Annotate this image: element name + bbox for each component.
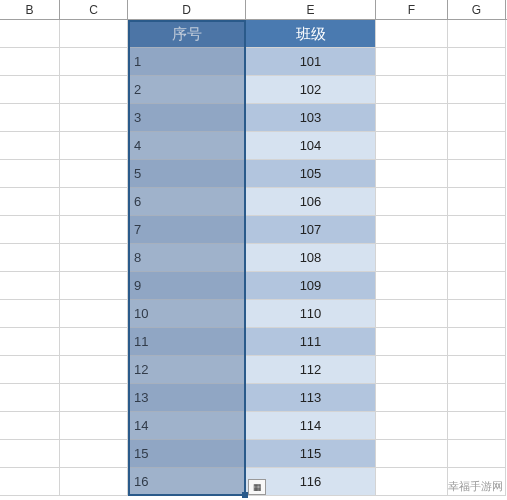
cell-empty[interactable] — [60, 272, 128, 300]
cell-empty[interactable] — [376, 328, 448, 356]
col-header-f[interactable]: F — [376, 0, 448, 19]
cell-empty[interactable] — [376, 468, 448, 496]
cell-class[interactable]: 110 — [246, 300, 376, 328]
cell-empty[interactable] — [60, 412, 128, 440]
col-header-d[interactable]: D — [128, 0, 246, 19]
cell-empty[interactable] — [376, 244, 448, 272]
cell-empty[interactable] — [60, 132, 128, 160]
cell-class[interactable]: 102 — [246, 76, 376, 104]
cell-seq[interactable]: 7 — [128, 216, 246, 244]
cell-class[interactable]: 101 — [246, 48, 376, 76]
header-seq[interactable]: 序号 — [128, 20, 246, 48]
cell-empty[interactable] — [448, 48, 506, 76]
cell-empty[interactable] — [0, 384, 60, 412]
cell-empty[interactable] — [0, 76, 60, 104]
cell-empty[interactable] — [0, 160, 60, 188]
cell-empty[interactable] — [448, 160, 506, 188]
cell-empty[interactable] — [448, 412, 506, 440]
cell-empty[interactable] — [60, 160, 128, 188]
cell-class[interactable]: 114 — [246, 412, 376, 440]
cell-seq[interactable]: 15 — [128, 440, 246, 468]
cell-seq[interactable]: 9 — [128, 272, 246, 300]
cell-seq[interactable]: 16 — [128, 468, 246, 496]
cell-empty[interactable] — [60, 328, 128, 356]
cell-empty[interactable] — [0, 356, 60, 384]
cell-class[interactable]: 103 — [246, 104, 376, 132]
cell-empty[interactable] — [376, 188, 448, 216]
cell-seq[interactable]: 14 — [128, 412, 246, 440]
cell-empty[interactable] — [448, 188, 506, 216]
cell-empty[interactable] — [448, 328, 506, 356]
cell-empty[interactable] — [376, 76, 448, 104]
cell-empty[interactable] — [376, 48, 448, 76]
cell-seq[interactable]: 10 — [128, 300, 246, 328]
cell-empty[interactable] — [448, 244, 506, 272]
cell-empty[interactable] — [60, 188, 128, 216]
cell-empty[interactable] — [0, 440, 60, 468]
col-header-c[interactable]: C — [60, 0, 128, 19]
cell-empty[interactable] — [0, 300, 60, 328]
cell-empty[interactable] — [448, 216, 506, 244]
cell-empty[interactable] — [448, 384, 506, 412]
cell-empty[interactable] — [376, 412, 448, 440]
cell-empty[interactable] — [376, 384, 448, 412]
cell-empty[interactable] — [448, 104, 506, 132]
cell-empty[interactable] — [376, 132, 448, 160]
cell-empty[interactable] — [0, 412, 60, 440]
cell-empty[interactable] — [448, 20, 506, 48]
cell-empty[interactable] — [60, 76, 128, 104]
cell-empty[interactable] — [376, 160, 448, 188]
cell-empty[interactable] — [448, 300, 506, 328]
cell-empty[interactable] — [0, 244, 60, 272]
cell-class[interactable]: 107 — [246, 216, 376, 244]
cell-empty[interactable] — [0, 20, 60, 48]
cell-empty[interactable] — [60, 440, 128, 468]
cell-empty[interactable] — [0, 104, 60, 132]
cell-empty[interactable] — [0, 272, 60, 300]
cell-seq[interactable]: 8 — [128, 244, 246, 272]
cell-empty[interactable] — [0, 216, 60, 244]
cell-empty[interactable] — [60, 216, 128, 244]
cell-empty[interactable] — [448, 440, 506, 468]
cell-seq[interactable]: 1 — [128, 48, 246, 76]
cell-empty[interactable] — [60, 468, 128, 496]
cell-seq[interactable]: 4 — [128, 132, 246, 160]
col-header-b[interactable]: B — [0, 0, 60, 19]
cell-empty[interactable] — [376, 440, 448, 468]
cell-class[interactable]: 116 — [246, 468, 376, 496]
cell-empty[interactable] — [448, 132, 506, 160]
cell-class[interactable]: 113 — [246, 384, 376, 412]
cell-class[interactable]: 111 — [246, 328, 376, 356]
cell-empty[interactable] — [60, 20, 128, 48]
cell-empty[interactable] — [376, 216, 448, 244]
cell-empty[interactable] — [376, 272, 448, 300]
cell-seq[interactable]: 5 — [128, 160, 246, 188]
cell-empty[interactable] — [448, 272, 506, 300]
cell-empty[interactable] — [376, 20, 448, 48]
cell-empty[interactable] — [0, 468, 60, 496]
cell-empty[interactable] — [0, 132, 60, 160]
cell-seq[interactable]: 6 — [128, 188, 246, 216]
cell-empty[interactable] — [60, 104, 128, 132]
cell-empty[interactable] — [60, 300, 128, 328]
cell-class[interactable]: 106 — [246, 188, 376, 216]
cell-seq[interactable]: 13 — [128, 384, 246, 412]
col-header-g[interactable]: G — [448, 0, 506, 19]
cell-class[interactable]: 105 — [246, 160, 376, 188]
cell-empty[interactable] — [448, 356, 506, 384]
cell-empty[interactable] — [60, 244, 128, 272]
cell-empty[interactable] — [60, 356, 128, 384]
cell-seq[interactable]: 3 — [128, 104, 246, 132]
cell-empty[interactable] — [0, 328, 60, 356]
cell-seq[interactable]: 12 — [128, 356, 246, 384]
cell-empty[interactable] — [376, 104, 448, 132]
cell-class[interactable]: 108 — [246, 244, 376, 272]
cell-empty[interactable] — [0, 188, 60, 216]
cell-empty[interactable] — [60, 384, 128, 412]
cell-class[interactable]: 112 — [246, 356, 376, 384]
cell-empty[interactable] — [376, 300, 448, 328]
cell-empty[interactable] — [60, 48, 128, 76]
cell-empty[interactable] — [448, 76, 506, 104]
cell-seq[interactable]: 11 — [128, 328, 246, 356]
cell-empty[interactable] — [0, 48, 60, 76]
